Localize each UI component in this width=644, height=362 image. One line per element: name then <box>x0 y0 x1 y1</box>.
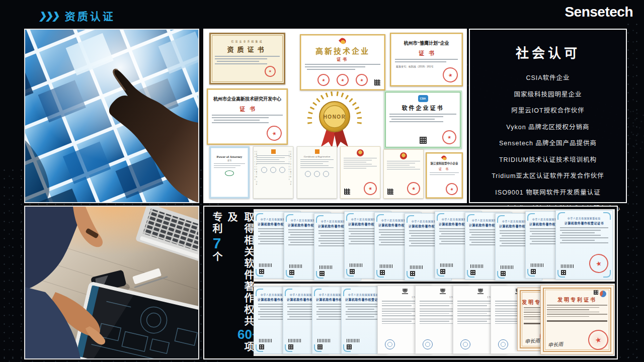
certificate-subtitle: 证书 <box>301 56 384 62</box>
coat-of-arms-icon <box>477 289 484 294</box>
honor-medal: HONOR <box>302 87 367 149</box>
barcode <box>259 263 272 267</box>
barcode <box>531 263 544 267</box>
flame-logo-icon <box>339 37 347 45</box>
certificate-side-text: CERTIFICATE OF REGISTRATION <box>289 151 292 194</box>
registrar-logo <box>315 149 319 154</box>
csia-logo: CSIA <box>418 95 428 102</box>
blue-seal <box>460 339 470 349</box>
barcode <box>347 339 360 342</box>
vertical-text: 专利 <box>211 212 222 235</box>
certificate-title: 高新技术企业 <box>301 45 384 56</box>
certificate-header: 信息安全系统集成 <box>211 39 284 43</box>
certificate-title: 杭州市“雏鹰计划”企业 <box>391 40 462 46</box>
qr-code <box>410 271 415 276</box>
certificate-power-of-attorney: Power of Attorney 证书 <box>209 146 250 199</box>
list-item: Tridium亚太区认证软件开发合作伙伴 <box>470 170 626 180</box>
barcode <box>410 265 423 269</box>
barcode <box>440 263 453 267</box>
certificate-title: 浙江省科技型中小企业 <box>427 161 462 165</box>
coat-of-arms-icon <box>402 289 408 294</box>
national-emblem-icon <box>357 149 364 156</box>
vertical-text: 个 <box>211 251 222 263</box>
accreditation-seals <box>254 167 293 173</box>
qr-code <box>470 270 475 275</box>
certificate-software-enterprise: CSIA 软件企业证书 ★ <box>384 90 462 149</box>
workspace-illustration <box>25 207 198 358</box>
barcode <box>319 265 333 269</box>
vertical-text: 取得相关软件著作权共 <box>243 212 254 327</box>
list-item: TRIDIUM技术认证技术培训机构 <box>470 154 626 164</box>
chevrons-icon: ❯❯❯ <box>38 10 60 22</box>
qr-code <box>380 270 385 275</box>
certificate-side-text: CERTIFICATE OF REGISTRATION <box>255 151 258 194</box>
stamps: ★★★ <box>301 74 384 86</box>
accreditation-seals <box>297 171 337 177</box>
software-copyright-certificate: 中华人民共和国国家版权局 计算机软件著作权登记证书 ★ <box>555 210 613 280</box>
qr-code <box>594 290 598 295</box>
certificate-title: 杭州市企业高新技术研究开发中心 <box>208 96 287 102</box>
barcode <box>561 264 574 268</box>
touchscreen-wall-illustration <box>25 30 198 202</box>
certificate-property-license: ★ <box>383 149 424 199</box>
qr-code <box>420 137 427 144</box>
qr-code <box>319 271 325 276</box>
coat-of-arms-icon <box>440 289 446 294</box>
slide: ❯❯❯ 资质认证 Sensetech <box>0 0 644 362</box>
certificate-business-license: ★ <box>340 146 380 199</box>
achievements-vertical-text: 取得相关软件著作权共60+项及 专利7个 <box>211 212 260 356</box>
sensetech-logo: Sensetech <box>565 4 633 20</box>
certificate-title: Certificate of Registration <box>297 155 337 158</box>
certificate-title: 软件企业证书 <box>385 104 460 112</box>
qr-code <box>531 269 536 274</box>
qr-code <box>259 269 264 274</box>
national-emblem-icon <box>400 152 407 159</box>
slide-header: ❯❯❯ 资质认证 <box>39 8 115 23</box>
qr-code <box>289 270 294 275</box>
registrar-logo <box>271 149 276 154</box>
list-item: ISO9001 物联网软件开发质量认证 <box>470 187 626 197</box>
list-item: 阿里云IOT授权合作伙伴 <box>470 105 626 115</box>
red-stamp: ★ <box>586 328 610 351</box>
certificate-title: 计算机软件著作权登记证书 <box>556 221 612 225</box>
certificate-title: Power of Attorney <box>211 155 248 158</box>
honor-medal-label: HONOR <box>324 114 346 120</box>
certificate-gaoxin: 高新技术企业 证书 ★★★ <box>300 34 385 90</box>
page-title: 资质认证 <box>65 8 115 23</box>
certificate-title: 资质证书 <box>211 44 284 54</box>
certificate-research-center: 杭州市企业高新技术研究开发中心 证书 ★ <box>207 88 288 145</box>
flame-logo-icon <box>441 155 448 161</box>
photo-touchscreen-wall <box>24 29 199 203</box>
qr-code <box>561 270 566 275</box>
barcode <box>501 265 514 269</box>
qr-code <box>374 79 380 85</box>
list-item: 国家级科技园明星企业 <box>470 89 626 99</box>
qr-code <box>350 269 355 274</box>
certificate-registration-cn: CERTIFICATE OF REGISTRATION CERTIFICATE … <box>253 146 293 199</box>
social-recognition-list: CSIA软件企业 国家级科技园明星企业 阿里云IOT授权合作伙伴 Vykon 品… <box>470 72 626 213</box>
certificate-subtitle: 证 书 <box>427 166 462 171</box>
vertical-text-column-patents: 专利7个 <box>211 212 222 356</box>
blue-seal <box>498 339 508 349</box>
patents-panel: 取得相关软件著作权共60+项及 专利7个 中华人民共和国国家版权局 计算机软件著… <box>203 206 618 359</box>
barcode <box>288 339 301 342</box>
certificate-chuying: 杭州市“雏鹰计划”企业 证书 批准文号：杭科高〔2019〕161号 ★ <box>390 33 463 86</box>
blue-seal <box>385 339 395 349</box>
certificate-subtitle: 证书 <box>211 159 248 162</box>
certificates-panel: 信息安全系统集成 资质证书 ★ 高新技术企业 证书 ★★★ 杭州市“雏鹰计划”企… <box>203 29 467 203</box>
blue-seal <box>423 339 433 349</box>
qr-code <box>440 269 445 274</box>
certificate-zhejiang-sme: 浙江省科技型中小企业 证 书 ★ <box>426 152 463 199</box>
qr-code <box>288 344 293 349</box>
particle-dots <box>624 20 644 362</box>
patent-count: 7 <box>213 235 221 251</box>
qr-code <box>347 344 352 349</box>
cnipa-logo-icon <box>600 291 606 297</box>
commissioner-signature: 申长雨 <box>548 340 564 348</box>
list-item: Sensetech 品牌全国产品提供商 <box>470 138 626 147</box>
social-panel-title: 社会认可 <box>470 43 626 61</box>
barcode <box>259 339 272 342</box>
certificate-registration-en: Certificate of Registration <box>297 146 337 199</box>
qr-code <box>501 271 506 276</box>
seal <box>225 170 234 176</box>
